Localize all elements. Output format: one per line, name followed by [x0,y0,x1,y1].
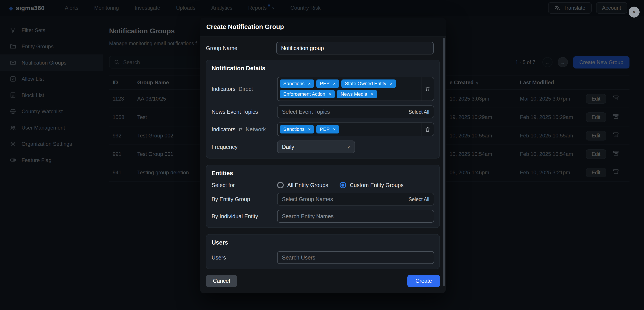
app-root: ◆ sigma360 Alerts Monitoring Investigate… [0,0,644,310]
users-section: Users Users [206,234,440,269]
tag-sanctions: Sanctions× [280,79,314,88]
news-event-topics-placeholder: Select Event Topics [282,109,408,115]
radio-custom-entity-groups[interactable]: Custom Entity Groups [340,182,404,188]
tag-sanctions: Sanctions× [280,125,314,134]
select-all-topics-link[interactable]: Select All [408,109,429,114]
users-title: Users [212,239,434,246]
indicators-direct-label: Indicators Direct [212,86,277,92]
remove-tag-icon[interactable]: × [333,81,336,86]
users-label: Users [212,254,277,261]
network-indicators-chips: Sanctions× PEP× [278,123,421,136]
tag-news-media: News Media× [337,90,377,98]
users-search-input[interactable] [277,251,434,264]
cancel-button[interactable]: Cancel [206,275,237,287]
remove-tag-icon[interactable]: × [333,127,336,132]
select-for-label: Select for [212,182,277,188]
news-event-topics-label: News Event Topics [212,109,277,115]
tag-pep: PEP× [316,125,339,134]
by-entity-group-placeholder: Select Group Names [282,196,408,202]
trash-icon [424,86,431,92]
create-button[interactable]: Create [408,275,440,287]
remove-tag-icon[interactable]: × [390,81,392,86]
network-icon: ⇄ [238,127,242,132]
by-individual-entity-label: By Individual Entity [212,213,277,219]
news-event-topics-select[interactable]: Select Event Topics Select All [277,105,434,118]
radio-all-entity-groups[interactable]: All Entity Groups [277,182,328,188]
frequency-value: Daily [282,144,294,150]
modal-header: Create Notification Group [200,17,446,36]
chevron-down-icon: ∨ [347,145,350,149]
remove-tag-icon[interactable]: × [371,92,374,96]
notification-details-section: Notification Details Indicators Direct S… [206,60,440,158]
entity-scope-radio-group: All Entity Groups Custom Entity Groups [277,182,404,188]
entities-title: Entities [212,170,434,176]
group-name-input[interactable] [276,42,434,54]
select-all-groups-link[interactable]: Select All [408,196,429,202]
remove-tag-icon[interactable]: × [308,81,311,86]
tag-state-owned-entity: State Owned Entity× [341,79,396,88]
tag-enforcement-action: Enforcement Action× [280,90,335,98]
remove-tag-icon[interactable]: × [329,92,332,96]
remove-tag-icon[interactable]: × [308,127,311,132]
by-entity-group-label: By Entity Group [212,196,277,202]
clear-network-indicators-button[interactable] [421,123,434,136]
radio-icon [340,182,346,188]
frequency-label: Frequency [212,144,277,150]
network-indicators-field[interactable]: Sanctions× PEP× [277,123,434,136]
modal-footer: Cancel Create [200,270,446,293]
entities-section: Entities Select for All Entity Groups Cu… [206,165,440,228]
frequency-select[interactable]: Daily ∨ [277,141,355,153]
trash-icon [424,126,431,132]
radio-icon [277,182,284,188]
group-name-label: Group Name [206,45,276,51]
tag-pep: PEP× [316,79,339,88]
individual-entity-search-input[interactable] [277,210,434,223]
indicators-network-label: Indicators ⇄ Network [212,126,277,132]
close-icon[interactable]: × [628,6,640,17]
modal-body: Group Name Notification Details Indicato… [200,36,446,270]
notification-details-title: Notification Details [212,65,434,72]
direct-indicators-chips: Sanctions× PEP× State Owned Entity× Enfo… [278,77,421,101]
create-notification-group-modal: Create Notification Group Group Name Not… [200,17,446,293]
modal-title: Create Notification Group [206,23,284,30]
direct-indicators-field[interactable]: Sanctions× PEP× State Owned Entity× Enfo… [277,77,434,101]
clear-direct-indicators-button[interactable] [421,77,434,101]
by-entity-group-select[interactable]: Select Group Names Select All [277,193,434,205]
modal-scrollbar[interactable] [443,38,445,286]
